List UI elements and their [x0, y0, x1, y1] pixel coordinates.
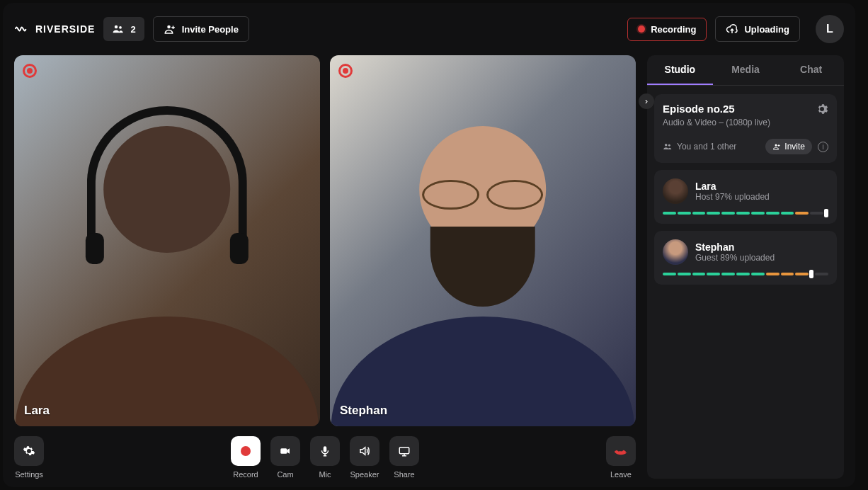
tile-name-label: Stephan — [340, 404, 387, 418]
svg-point-0 — [115, 25, 118, 29]
progress-segment — [721, 273, 735, 275]
video-tile-lara[interactable]: Lara — [14, 55, 320, 426]
hang-up-icon — [612, 442, 629, 460]
add-person-icon — [164, 23, 176, 35]
add-person-icon — [772, 142, 781, 151]
progress-segment — [766, 273, 780, 275]
chevron-right-icon: › — [645, 96, 648, 106]
svg-point-8 — [775, 144, 777, 147]
sidebar-tabs: Studio Media Chat — [647, 55, 844, 86]
progress-segment — [766, 212, 780, 215]
participant-meta: Guest 89% uploaded — [695, 253, 775, 263]
sidebar-panel: Episode no.25 Audio & Video – (1080p liv… — [647, 86, 844, 293]
svg-point-6 — [665, 144, 668, 147]
record-icon — [241, 446, 251, 456]
progress-segment — [663, 273, 676, 275]
leave-control: Leave — [606, 436, 636, 479]
gear-icon[interactable] — [816, 103, 828, 115]
participant-card[interactable]: LaraHost 97% uploaded — [654, 170, 837, 224]
progress-segment — [707, 273, 720, 275]
progress-segment — [736, 212, 750, 215]
invite-button[interactable]: Invite — [765, 139, 812, 154]
participant-figure — [30, 99, 305, 426]
progress-segment — [795, 212, 809, 215]
upload-progress — [663, 211, 828, 215]
progress-segment — [795, 273, 809, 275]
progress-segment — [781, 212, 794, 215]
record-control: Record — [231, 436, 261, 479]
svg-rect-4 — [324, 446, 327, 452]
progress-thumb — [824, 209, 828, 217]
participant-name: Lara — [695, 181, 770, 192]
progress-segment — [678, 212, 691, 215]
uploading-label: Uploading — [744, 24, 789, 35]
info-icon[interactable]: i — [818, 142, 828, 152]
progress-segment — [810, 212, 823, 215]
people-icon — [663, 142, 673, 152]
participant-row: LaraHost 97% uploaded — [663, 178, 828, 204]
recording-indicator-icon — [338, 64, 353, 78]
participants-summary: You and 1 other — [677, 142, 736, 152]
recording-indicator-icon — [23, 64, 37, 78]
participant-avatar — [663, 239, 688, 265]
tile-name-label: Lara — [24, 404, 50, 418]
invite-people-button[interactable]: Invite People — [153, 16, 249, 42]
participant-figure — [346, 99, 621, 426]
speaker-icon — [358, 445, 371, 457]
brand-logo: RIVERSIDE — [14, 21, 95, 37]
mic-icon — [319, 445, 331, 457]
progress-segment — [678, 273, 691, 275]
participant-meta: Host 97% uploaded — [695, 192, 770, 202]
cloud-upload-icon — [726, 23, 738, 35]
progress-segment — [736, 273, 750, 275]
mic-control: Mic — [310, 436, 340, 479]
waveform-icon — [14, 21, 30, 37]
participant-card[interactable]: StephanGuest 89% uploaded — [654, 231, 837, 285]
speaker-control: Speaker — [350, 436, 379, 479]
stage: Lara Stephan — [14, 55, 636, 479]
gear-icon — [23, 445, 35, 457]
share-label: Share — [394, 470, 414, 479]
tab-studio[interactable]: Studio — [647, 55, 713, 85]
leave-button[interactable] — [606, 436, 636, 466]
sidebar-collapse-button[interactable]: › — [639, 93, 654, 109]
mic-label: Mic — [319, 470, 331, 479]
settings-label: Settings — [15, 470, 43, 479]
screen-share-icon — [398, 445, 411, 457]
user-avatar[interactable]: L — [816, 15, 844, 43]
people-count: 2 — [130, 24, 135, 35]
record-button[interactable] — [231, 436, 261, 466]
cam-label: Cam — [277, 470, 293, 479]
progress-segment — [663, 212, 676, 215]
avatar-initial: L — [826, 23, 833, 35]
settings-control: Settings — [14, 436, 44, 479]
share-button[interactable] — [389, 436, 419, 466]
mic-button[interactable] — [310, 436, 340, 466]
cam-control: Cam — [270, 436, 300, 479]
progress-segment — [751, 273, 765, 275]
invite-people-label: Invite People — [182, 24, 239, 35]
participant-name: Stephan — [695, 241, 775, 253]
cam-button[interactable] — [270, 436, 300, 466]
svg-point-1 — [120, 26, 122, 29]
progress-segment — [707, 212, 720, 215]
svg-rect-5 — [399, 448, 409, 454]
video-tiles: Lara Stephan — [14, 55, 636, 426]
upload-progress — [663, 272, 828, 276]
people-count-pill[interactable]: 2 — [103, 17, 144, 41]
uploading-button[interactable]: Uploading — [715, 16, 800, 42]
video-tile-stephan[interactable]: Stephan — [330, 55, 636, 426]
progress-segment — [815, 273, 828, 275]
control-bar: Settings Record Cam — [14, 436, 636, 479]
people-icon — [112, 23, 125, 35]
progress-segment — [692, 212, 706, 215]
recording-button[interactable]: Recording — [627, 18, 707, 41]
progress-segment — [751, 212, 765, 215]
settings-button[interactable] — [14, 436, 44, 466]
tab-chat[interactable]: Chat — [778, 55, 844, 85]
progress-thumb — [809, 270, 813, 278]
camera-icon — [279, 445, 292, 457]
speaker-button[interactable] — [350, 436, 379, 466]
tab-media[interactable]: Media — [713, 55, 779, 85]
participant-avatar — [663, 178, 688, 204]
